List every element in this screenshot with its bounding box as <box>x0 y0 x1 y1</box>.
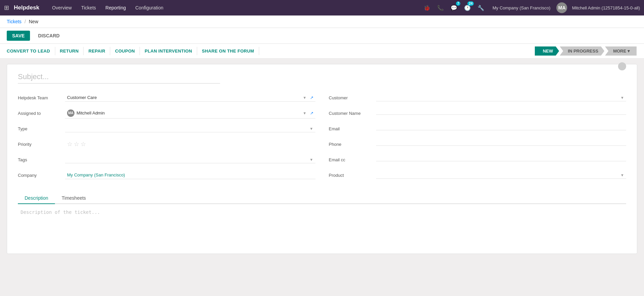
bug-icon: 🐞 <box>424 5 430 11</box>
tab-description[interactable]: Description <box>18 193 55 204</box>
assigned-avatar: MA <box>67 109 74 117</box>
email-cc-field[interactable] <box>376 158 626 161</box>
chat-icon-btn[interactable]: 💬 7 <box>449 2 459 13</box>
breadcrumb-current: New <box>29 19 38 24</box>
tags-label: Tags <box>18 157 65 162</box>
product-field[interactable]: ▼ <box>376 172 626 179</box>
status-more[interactable]: MORE ▾ <box>605 46 637 56</box>
tab-timesheets[interactable]: Timesheets <box>55 193 93 204</box>
repair-link[interactable]: REPAIR <box>84 47 110 55</box>
bug-icon-btn[interactable]: 🐞 <box>422 2 432 13</box>
customer-field[interactable]: ▼ <box>376 94 626 101</box>
nav-reporting[interactable]: Reporting <box>102 3 129 12</box>
product-row: Product ▼ <box>329 169 626 181</box>
company-label: Company <box>18 173 65 178</box>
company-value[interactable]: My Company (San Francisco) <box>67 172 125 177</box>
plan-intervention-link[interactable]: PLAN INTERVENTION <box>140 47 197 55</box>
tags-row: Tags ▼ <box>18 154 315 166</box>
assigned-to-value: Mitchell Admin <box>76 110 105 116</box>
description-input[interactable] <box>18 204 626 244</box>
starred-indicator <box>618 62 626 70</box>
status-pipeline: NEW IN PROGRESS MORE ▾ <box>535 46 637 56</box>
breadcrumb: Tickets / New <box>0 15 644 28</box>
nav-tickets[interactable]: Tickets <box>78 3 99 12</box>
status-new[interactable]: NEW <box>535 46 559 56</box>
save-button[interactable]: SAVE <box>7 31 30 41</box>
wrench-icon-btn[interactable]: 🔧 <box>476 2 486 13</box>
phone-field[interactable] <box>376 143 626 146</box>
helpdesk-team-field[interactable]: Customer Care ▼ ↗ <box>65 94 315 102</box>
breadcrumb-separator: / <box>25 19 26 24</box>
helpdesk-team-dropdown-icon: ▼ <box>303 96 307 100</box>
customer-name-field[interactable] <box>376 112 626 115</box>
assigned-to-ext-link-icon[interactable]: ↗ <box>310 111 313 116</box>
clock-badge: 24 <box>467 1 474 6</box>
email-field[interactable] <box>376 127 626 130</box>
type-field[interactable]: ▼ <box>65 125 315 132</box>
action-bar: SAVE DISCARD <box>0 28 644 44</box>
type-row: Type ▼ <box>18 123 315 135</box>
subject-input[interactable] <box>18 72 220 84</box>
convert-to-lead-link[interactable]: CONVERT TO LEAD <box>7 47 55 55</box>
assigned-to-label: Assigned to <box>18 111 65 116</box>
main-content: Helpdesk Team Customer Care ▼ ↗ Assigned… <box>0 59 644 259</box>
assigned-to-dropdown-icon: ▼ <box>303 111 307 115</box>
coupon-link[interactable]: COUPON <box>110 47 140 55</box>
chat-icon: 💬 <box>451 5 457 11</box>
helpdesk-team-row: Helpdesk Team Customer Care ▼ ↗ <box>18 92 315 104</box>
customer-row: Customer ▼ <box>329 92 626 104</box>
user-label: Mitchell Admin (12571854-15-0-all) <box>572 5 640 10</box>
tabs-bar: Description Timesheets <box>18 193 626 204</box>
form-fields: Helpdesk Team Customer Care ▼ ↗ Assigned… <box>18 92 626 185</box>
priority-star-2[interactable]: ☆ <box>74 140 79 148</box>
priority-row: Priority ☆ ☆ ☆ <box>18 138 315 150</box>
avatar[interactable]: MA <box>556 2 567 13</box>
product-label: Product <box>329 173 376 178</box>
priority-star-3[interactable]: ☆ <box>81 140 86 148</box>
customer-name-label: Customer Name <box>329 111 376 116</box>
return-link[interactable]: RETURN <box>55 47 84 55</box>
nav-configuration[interactable]: Configuration <box>132 3 166 12</box>
top-navigation: ⊞ Helpdesk Overview Tickets Reporting Co… <box>0 0 644 15</box>
company-label: My Company (San Francisco) <box>492 5 550 10</box>
priority-star-1[interactable]: ☆ <box>67 140 72 148</box>
assigned-to-field[interactable]: MA Mitchell Admin ▼ ↗ <box>65 108 315 119</box>
helpdesk-team-ext-link-icon[interactable]: ↗ <box>310 95 313 100</box>
phone-icon-btn[interactable]: 📞 <box>435 2 446 13</box>
company-row: Company My Company (San Francisco) <box>18 169 315 181</box>
user-initials: MA <box>558 5 566 10</box>
wrench-icon: 🔧 <box>478 5 484 11</box>
status-in-progress[interactable]: IN PROGRESS <box>560 46 604 56</box>
app-name: Helpdesk <box>14 4 39 11</box>
action-links-bar: CONVERT TO LEAD RETURN REPAIR COUPON PLA… <box>0 44 644 59</box>
clock-icon-btn[interactable]: 🕐 24 <box>462 2 473 13</box>
grid-icon[interactable]: ⊞ <box>4 4 9 11</box>
email-label: Email <box>329 126 376 131</box>
assigned-to-row: Assigned to MA Mitchell Admin ▼ ↗ <box>18 107 315 119</box>
nav-overview[interactable]: Overview <box>49 3 75 12</box>
company-field[interactable]: My Company (San Francisco) <box>65 171 315 179</box>
priority-field: ☆ ☆ ☆ <box>65 139 315 149</box>
email-cc-label: Email cc <box>329 157 376 162</box>
phone-icon: 📞 <box>437 5 444 11</box>
form-right: Customer ▼ Customer Name Email <box>329 92 626 185</box>
priority-stars[interactable]: ☆ ☆ ☆ <box>67 140 86 148</box>
customer-name-row: Customer Name <box>329 107 626 119</box>
phone-label: Phone <box>329 142 376 147</box>
discard-button[interactable]: DISCARD <box>33 31 65 41</box>
customer-label: Customer <box>329 95 376 100</box>
form-left: Helpdesk Team Customer Care ▼ ↗ Assigned… <box>18 92 315 185</box>
product-dropdown-icon: ▼ <box>620 173 624 177</box>
email-cc-row: Email cc <box>329 154 626 166</box>
breadcrumb-parent[interactable]: Tickets <box>7 19 22 24</box>
tags-field[interactable]: ▼ <box>65 156 315 163</box>
email-row: Email <box>329 123 626 135</box>
chat-badge: 7 <box>456 1 461 6</box>
type-label: Type <box>18 126 65 131</box>
share-on-forum-link[interactable]: SHARE ON THE FORUM <box>197 47 259 55</box>
phone-row: Phone <box>329 138 626 150</box>
tags-dropdown-icon: ▼ <box>310 158 313 162</box>
type-dropdown-icon: ▼ <box>310 127 313 131</box>
helpdesk-team-label: Helpdesk Team <box>18 95 65 100</box>
form-card: Helpdesk Team Customer Care ▼ ↗ Assigned… <box>7 64 637 254</box>
